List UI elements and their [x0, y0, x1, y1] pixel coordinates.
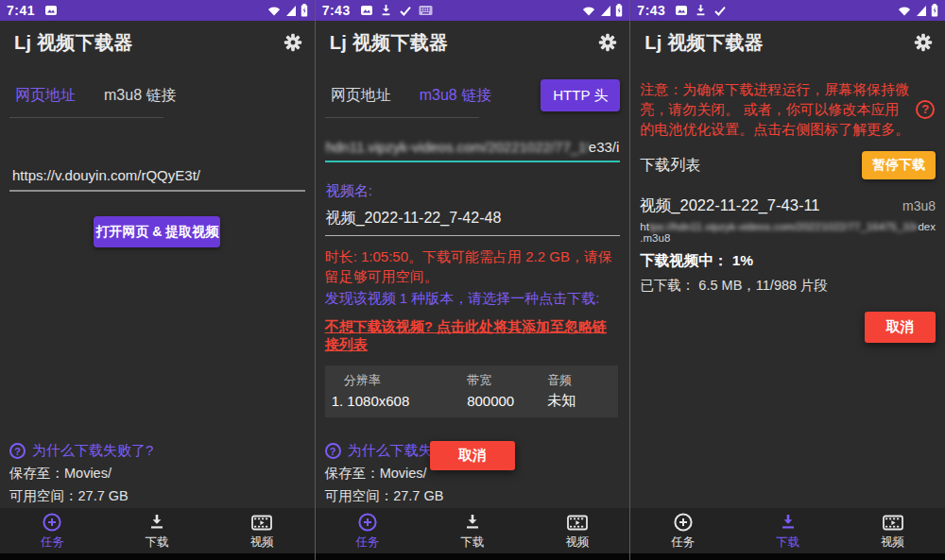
settings-gear-icon[interactable] [597, 32, 618, 53]
tabs: 网页地址 m3u8 链接 [9, 86, 176, 106]
tab-m3u8-link[interactable]: m3u8 链接 [420, 86, 491, 106]
cancel-button[interactable]: 取消 [865, 312, 936, 343]
nav-label: 任务 [671, 535, 695, 551]
open-and-extract-button[interactable]: 打开网页 & 提取视频 [94, 216, 220, 247]
wifi-icon [582, 5, 595, 17]
url-end: dex [918, 221, 936, 232]
battery-notice-text: 注意：为确保下载进程运行，屏幕将保持微亮，请勿关闭。 或者，你可以修改本应用的电… [640, 79, 910, 139]
film-icon [250, 512, 273, 533]
video-name-input[interactable]: 视频_2022-11-22_7-42-48 [325, 209, 621, 236]
status-bar: 7:41 [0, 0, 315, 21]
url-start: ht [640, 221, 649, 232]
download-item-name: 视频_2022-11-22_7-43-11 [640, 195, 819, 216]
battery-notice-row: 注意：为确保下载进程运行，屏幕将保持微亮，请勿关闭。 或者，你可以修改本应用的电… [640, 79, 936, 139]
save-to-text: 保存至：Movies/ [9, 465, 153, 483]
cancel-button[interactable]: 取消 [430, 441, 515, 470]
nav-label: 视频 [250, 535, 274, 551]
film-icon [882, 512, 904, 533]
m3u8-url-input[interactable]: hdn11.vipzyk-videos.com/20221022/77_1947… [325, 139, 621, 162]
download-item-format-badge: m3u8 [902, 198, 936, 213]
download-item-url-line2: .m3u8 [640, 232, 936, 244]
film-icon [566, 512, 589, 533]
m3u8-url-blurred-text: hdn11.vipzyk-videos.com/20221022/77_1947 [326, 139, 589, 155]
add-to-ignore-list-link[interactable]: 不想下载该视频? 点击此处将其添加至忽略链接列表 [325, 318, 621, 354]
download-list-header: 下载列表 暂停下载 [640, 151, 936, 179]
downloaded-amount-text: 已下载： 6.5 MB，11/988 片段 [640, 277, 936, 295]
signal-icon [915, 5, 927, 17]
web-url-input[interactable]: https://v.douyin.com/rQQyE3t/ [9, 167, 305, 192]
nav-label: 下载 [461, 535, 485, 551]
status-time: 7:41 [7, 3, 35, 18]
cell-resolution[interactable]: 1. 1080x608 [325, 390, 448, 417]
nav-tab-tasks[interactable]: 任务 [630, 508, 735, 553]
settings-gear-icon[interactable] [913, 32, 934, 53]
page-content: 网页地址 m3u8 链接 https://v.douyin.com/rQQyE3… [0, 79, 315, 247]
download-item[interactable]: 视频_2022-11-22_7-43-11 m3u8 https://hdn11… [640, 195, 936, 343]
download-icon [778, 512, 799, 533]
tab-divider [325, 117, 479, 118]
http-headers-button[interactable]: HTTP 头 [541, 79, 620, 111]
three-screenshot-collage: 7:41 Lj 视频下载器 网页地址 m3u8 链接 [0, 0, 945, 560]
app-toolbar: Lj 视频下载器 [630, 21, 945, 64]
download-status-icon [695, 4, 707, 17]
page-content: 注意：为确保下载进程运行，屏幕将保持微亮，请勿关闭。 或者，你可以修改本应用的电… [630, 79, 945, 343]
screen-m3u8-detected: 7:43 Lj 视频下载器 [316, 0, 631, 560]
nav-tab-tasks[interactable]: 任务 [0, 508, 105, 553]
tab-m3u8-link[interactable]: m3u8 链接 [104, 86, 176, 106]
nav-tab-downloads[interactable]: 下载 [421, 508, 525, 553]
tabs-row: 网页地址 m3u8 链接 [9, 79, 305, 111]
col-bandwidth: 带宽 [448, 365, 536, 390]
bottom-nav: 任务 下载 视频 [630, 508, 945, 553]
nav-tab-downloads[interactable]: 下载 [735, 508, 840, 553]
tab-web-address[interactable]: 网页地址 [331, 86, 391, 106]
download-list-label: 下载列表 [640, 156, 700, 176]
tab-web-address[interactable]: 网页地址 [15, 86, 76, 106]
settings-gear-icon[interactable] [283, 32, 303, 53]
status-right-icons [582, 4, 623, 17]
url-blurred-text: tps://hdn11.vipzyk-videos.com/20221022/7… [649, 221, 919, 232]
app-toolbar: Lj 视频下载器 [316, 21, 630, 64]
bottom-nav: 任务 下载 视频 [0, 508, 315, 553]
nav-tab-videos[interactable]: 视频 [524, 508, 629, 553]
nav-tab-videos[interactable]: 视频 [210, 508, 315, 553]
battery-help-icon[interactable]: ? [916, 100, 935, 119]
question-circle-icon: ? [325, 443, 341, 459]
cell-bandwidth[interactable]: 800000 [448, 390, 536, 417]
col-audio: 音频 [536, 365, 618, 390]
status-bar: 7:43 [316, 0, 630, 21]
m3u8-url-visible-text: e33/i [589, 139, 620, 155]
free-space-text: 可用空间：27.7 GB [325, 487, 469, 505]
nav-label: 任务 [41, 535, 64, 551]
nav-tab-downloads[interactable]: 下载 [105, 508, 210, 553]
wifi-icon [898, 5, 911, 17]
nav-tab-tasks[interactable]: 任务 [316, 508, 421, 553]
why-download-failed-link[interactable]: ? 为什么下载失败了? [9, 442, 153, 460]
tabs-row: 网页地址 m3u8 链接 HTTP 头 [325, 79, 621, 111]
app-title: Lj 视频下载器 [644, 30, 764, 56]
versions-notice: 发现该视频 1 种版本，请选择一种点击下载: [325, 288, 621, 308]
table-row[interactable]: 1. 1080x608 800000 未知 [325, 390, 619, 417]
status-right-icons [267, 4, 308, 17]
battery-icon [301, 4, 308, 17]
battery-icon [931, 4, 938, 17]
signal-icon [284, 5, 297, 17]
status-time: 7:43 [322, 3, 351, 18]
question-circle-icon: ? [9, 443, 26, 459]
download-progress-text: 下载视频中： 1% [640, 251, 936, 271]
check-status-icon [713, 5, 727, 17]
signal-icon [599, 5, 611, 17]
nav-label: 下载 [776, 535, 799, 551]
bottom-nav: 任务 下载 视频 [316, 508, 630, 553]
screenshot-icon [675, 4, 688, 17]
nav-tab-videos[interactable]: 视频 [840, 508, 945, 553]
col-resolution: 分辨率 [325, 365, 448, 390]
nav-label: 视频 [565, 535, 589, 551]
cancel-button-wrap: 取消 [640, 312, 936, 343]
check-status-icon [399, 5, 412, 17]
app-title: Lj 视频下载器 [330, 30, 449, 56]
gesture-strip [630, 553, 945, 560]
duration-size-notice: 时长: 1:05:50。下载可能需占用 2.2 GB，请保留足够可用空间。 [325, 246, 621, 286]
pause-download-button[interactable]: 暂停下载 [862, 151, 936, 179]
cell-audio[interactable]: 未知 [536, 390, 618, 417]
app-title: Lj 视频下载器 [14, 30, 133, 56]
